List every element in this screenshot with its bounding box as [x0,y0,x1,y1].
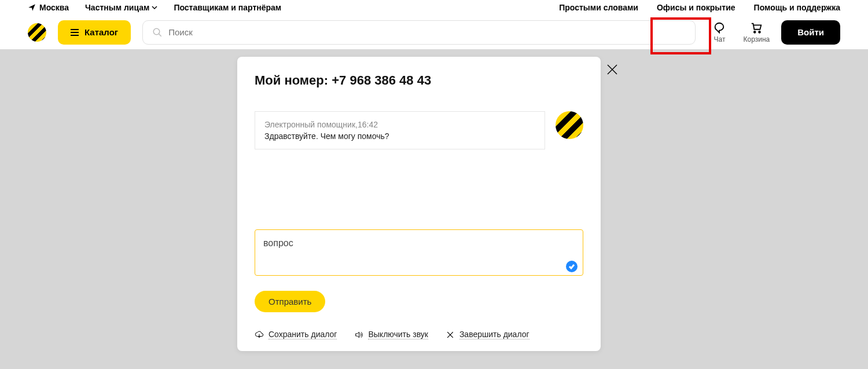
cart-label: Корзина [743,35,770,43]
chat-modal: Мой номер: +7 968 386 48 43 Электронный … [237,57,601,351]
login-button[interactable]: Войти [781,20,840,45]
chat-textarea-container [255,229,583,278]
search-field-container[interactable] [142,20,696,45]
chat-message-text: Здравствуйте. Чем могу помочь? [264,131,535,141]
city-selector[interactable]: Москва [28,3,69,12]
main-navigation: Каталог Чат Корзина Войти [0,15,868,49]
hamburger-icon [71,29,79,36]
svg-line-1 [159,34,161,36]
help-link[interactable]: Помощь и поддержка [754,3,840,12]
chat-message-sender: Электронный помощник,16:42 [264,120,535,129]
chat-nav-label: Чат [714,35,726,43]
mute-button[interactable]: Выключить звук [354,330,428,339]
offices-link[interactable]: Офисы и покрытие [657,3,735,12]
save-dialog-button[interactable]: Сохранить диалог [255,330,337,339]
sound-icon [354,330,363,339]
chat-bubble-icon [713,21,726,34]
chat-action-bar: Сохранить диалог Выключить звук Завершит… [255,330,583,339]
city-label: Москва [39,3,69,12]
cloud-download-icon [255,330,264,339]
close-icon [606,64,618,75]
save-dialog-label: Сохранить диалог [269,330,337,339]
audience-dropdown[interactable]: Частным лицам [85,3,157,12]
top-navigation: Москва Частным лицам Поставщикам и партн… [0,0,868,15]
catalog-button[interactable]: Каталог [58,20,131,45]
search-input[interactable] [168,27,686,37]
send-button[interactable]: Отправить [255,291,325,312]
cart-button[interactable]: Корзина [743,21,770,43]
chat-close-button[interactable] [606,64,618,75]
svg-point-2 [754,31,756,32]
topbar-right-group: Простыми словами Офисы и покрытие Помощь… [559,3,840,12]
site-header: Москва Частным лицам Поставщикам и партн… [0,0,868,49]
chat-title: Мой номер: +7 968 386 48 43 [255,73,583,88]
chat-input-area: Отправить Сохранить диалог Выключить зву… [255,229,583,339]
plain-words-link[interactable]: Простыми словами [559,3,638,12]
partners-link[interactable]: Поставщикам и партнёрам [174,3,281,12]
cart-icon [750,21,763,34]
check-icon [568,263,575,270]
chat-message-bubble: Электронный помощник,16:42 Здравствуйте.… [255,111,545,149]
audience-label: Частным лицам [85,3,149,12]
end-dialog-button[interactable]: Завершить диалог [446,330,529,339]
location-arrow-icon [28,3,36,12]
chat-nav-button[interactable]: Чат [707,21,731,43]
search-icon [152,27,163,38]
mute-label: Выключить звук [368,330,428,339]
beeline-logo-icon[interactable] [28,23,46,42]
topbar-left-group: Москва Частным лицам Поставщикам и партн… [28,3,281,12]
chat-message-row: Электронный помощник,16:42 Здравствуйте.… [255,111,583,149]
svg-point-3 [759,31,760,32]
chevron-down-icon [152,5,157,10]
end-dialog-label: Завершить диалог [459,330,529,339]
bot-avatar-icon [556,111,583,139]
input-valid-badge [566,261,578,272]
chat-message-input[interactable] [255,229,583,276]
svg-point-0 [153,28,160,35]
catalog-label: Каталог [84,27,118,37]
close-small-icon [446,330,455,339]
